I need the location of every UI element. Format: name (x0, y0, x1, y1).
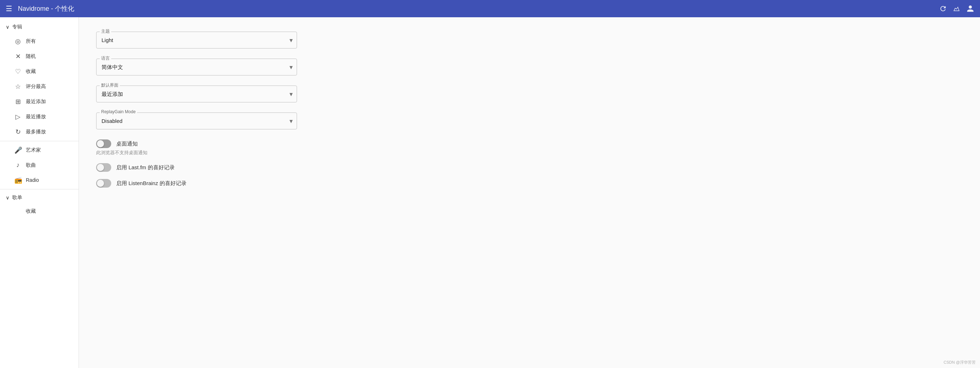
divider-1 (0, 141, 78, 141)
sidebar-item-most-played[interactable]: ↻ 最多播放 (0, 124, 78, 139)
theme-select-wrapper: 主题 Light Dark System ▾ (96, 32, 297, 48)
watermark: CSDN @浮华苦苦 (944, 360, 976, 365)
theme-select[interactable]: Light Dark System (96, 32, 297, 48)
default-view-select[interactable]: 最近添加 所有 随机 (96, 86, 297, 102)
star-icon: ☆ (14, 83, 22, 91)
desktop-notify-row: 桌面通知 (96, 139, 297, 148)
sidebar-group-playlists-label: 歌单 (12, 194, 22, 201)
sidebar-item-recently-added[interactable]: ⊞ 最近添加 (0, 94, 78, 109)
chevron-down-icon-2: ∨ (6, 195, 10, 200)
mic-icon: 🎤 (14, 146, 22, 154)
random-icon: ✕ (14, 53, 22, 60)
personalization-form: 主题 Light Dark System ▾ 语言 简体中文 English 日… (96, 32, 297, 187)
lastfm-toggle[interactable] (96, 163, 111, 172)
sidebar-item-favorites-label: 收藏 (26, 68, 36, 75)
language-select[interactable]: 简体中文 English 日本語 (96, 59, 297, 75)
account-icon[interactable] (966, 5, 974, 13)
activity-icon[interactable] (953, 5, 961, 13)
sidebar-group-playlists[interactable]: ∨ 歌单 (0, 191, 78, 205)
topbar-title: Navidrome - 个性化 (18, 4, 939, 13)
listenbrainz-toggle-row: 启用 ListenBrainz 的喜好记录 (96, 179, 297, 187)
sidebar-item-recently-played-label: 最近播放 (26, 114, 46, 120)
desktop-notify-section: 桌面通知 此浏览器不支持桌面通知 启用 Last.fm 的喜好记录 (96, 139, 297, 187)
replaygain-label: ReplayGain Mode (100, 109, 137, 114)
sidebar-item-songs-label: 歌曲 (26, 162, 36, 168)
sidebar-item-recently-played[interactable]: ▷ 最近播放 (0, 109, 78, 124)
theme-label: 主题 (100, 29, 111, 35)
refresh-icon[interactable] (939, 5, 947, 13)
sidebar-item-top-rated-label: 评分最高 (26, 83, 46, 90)
listenbrainz-toggle[interactable] (96, 179, 111, 187)
default-view-label: 默认界面 (100, 82, 120, 88)
sidebar-group-albums[interactable]: ∨ 专辑 (0, 20, 78, 34)
main-layout: ∨ 专辑 ◎ 所有 ✕ 随机 ♡ 收藏 ☆ 评分最高 ⊞ 最近添加 ▷ 最近播放… (0, 17, 980, 368)
sidebar-item-random-label: 随机 (26, 53, 36, 60)
lastfm-label: 启用 Last.fm 的喜好记录 (116, 164, 175, 171)
heart-icon: ♡ (14, 67, 22, 75)
sidebar-item-random[interactable]: ✕ 随机 (0, 49, 78, 64)
divider-2 (0, 189, 78, 189)
sidebar-group-albums-label: 专辑 (12, 24, 22, 30)
sidebar-item-radio-label: Radio (26, 177, 39, 183)
language-label: 语言 (100, 55, 111, 61)
sidebar-item-most-played-label: 最多播放 (26, 129, 46, 135)
topbar: ☰ Navidrome - 个性化 (0, 0, 980, 17)
chevron-down-icon: ∨ (6, 24, 10, 30)
default-view-select-wrapper: 默认界面 最近添加 所有 随机 ▾ (96, 86, 297, 102)
sidebar: ∨ 专辑 ◎ 所有 ✕ 随机 ♡ 收藏 ☆ 评分最高 ⊞ 最近添加 ▷ 最近播放… (0, 17, 79, 368)
sidebar-item-all[interactable]: ◎ 所有 (0, 34, 78, 49)
sidebar-item-artist[interactable]: 🎤 艺术家 (0, 143, 78, 158)
lastfm-toggle-row: 启用 Last.fm 的喜好记录 (96, 163, 297, 172)
sidebar-item-playlist-favorites[interactable]: 收藏 (0, 205, 78, 218)
desktop-notify-label: 桌面通知 (116, 141, 138, 147)
add-box-icon: ⊞ (14, 98, 22, 106)
desktop-notify-toggle[interactable] (96, 139, 111, 148)
menu-icon[interactable]: ☰ (6, 5, 12, 12)
replaygain-select-wrapper: ReplayGain Mode Disabled Track Album ▾ (96, 112, 297, 130)
sidebar-item-songs[interactable]: ♪ 歌曲 (0, 158, 78, 173)
sidebar-item-all-label: 所有 (26, 38, 36, 45)
sidebar-item-radio[interactable]: 📻 Radio (0, 173, 78, 187)
desktop-notify-hint: 此浏览器不支持桌面通知 (96, 149, 297, 156)
sidebar-item-playlist-fav-label: 收藏 (26, 208, 36, 214)
replaygain-select[interactable]: Disabled Track Album (96, 112, 297, 130)
music-note-icon: ♪ (14, 162, 22, 169)
sidebar-item-top-rated[interactable]: ☆ 评分最高 (0, 79, 78, 94)
sidebar-item-favorites[interactable]: ♡ 收藏 (0, 64, 78, 79)
record-icon: ◎ (14, 37, 22, 45)
language-select-wrapper: 语言 简体中文 English 日本語 ▾ (96, 59, 297, 75)
play-box-icon: ▷ (14, 113, 22, 121)
topbar-actions (939, 5, 974, 13)
sidebar-item-recently-added-label: 最近添加 (26, 98, 46, 105)
repeat-icon: ↻ (14, 128, 22, 136)
main-content: 主题 Light Dark System ▾ 语言 简体中文 English 日… (79, 17, 980, 368)
sidebar-item-artist-label: 艺术家 (26, 147, 41, 154)
listenbrainz-label: 启用 ListenBrainz 的喜好记录 (116, 180, 186, 187)
radio-icon: 📻 (14, 176, 22, 184)
